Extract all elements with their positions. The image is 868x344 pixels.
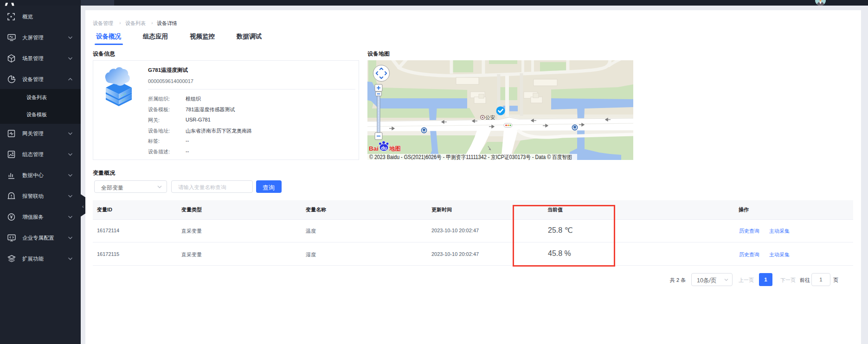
svg-text:地图: 地图 [389,146,401,152]
svg-text:du: du [381,146,387,151]
svg-text:公安: 公安 [485,115,495,120]
svg-text:Bai: Bai [369,145,379,152]
svg-text:© 2023 Baidu - GS(2021)6026号 -: © 2023 Baidu - GS(2021)6026号 - 甲测资字11111… [369,154,572,160]
